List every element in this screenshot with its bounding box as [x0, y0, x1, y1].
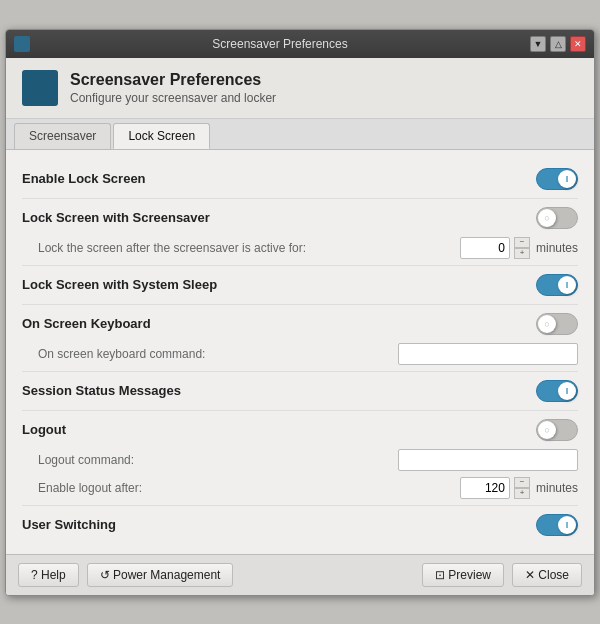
divider-3 — [22, 304, 578, 305]
footer-left: ? Help ↺ Power Management — [18, 563, 233, 587]
tab-bar: Screensaver Lock Screen — [6, 119, 594, 150]
window-title: Screensaver Preferences — [30, 37, 530, 51]
toggle-knob: I — [558, 382, 576, 400]
logout-after-decrement[interactable]: − — [514, 477, 530, 488]
preview-button[interactable]: ⊡ Preview — [422, 563, 504, 587]
logout-toggle[interactable]: ○ — [536, 419, 578, 441]
on-screen-keyboard-sub: On screen keyboard command: — [22, 341, 578, 369]
toggle-knob: I — [558, 170, 576, 188]
logout-command-input[interactable] — [398, 449, 578, 471]
toggle-knob: ○ — [538, 315, 556, 333]
lock-screensaver-increment[interactable]: + — [514, 248, 530, 259]
lock-screensaver-control: − + minutes — [460, 237, 578, 259]
app-icon — [22, 70, 58, 106]
logout-command-sublabel-text: Logout command: — [38, 453, 134, 467]
setting-lock-sleep: Lock Screen with System Sleep I — [22, 268, 578, 302]
footer-right: ⊡ Preview ✕ Close — [422, 563, 582, 587]
setting-session-status: Session Status Messages I — [22, 374, 578, 408]
app-window: Screensaver Preferences ▼ △ ✕ Screensave… — [5, 29, 595, 596]
logout-after-increment[interactable]: + — [514, 488, 530, 499]
logout-label: Logout — [22, 422, 66, 437]
minimize-button[interactable]: ▼ — [530, 36, 546, 52]
on-screen-keyboard-control — [398, 343, 578, 365]
lock-screensaver-sublabel-text: Lock the screen after the screensaver is… — [38, 241, 306, 255]
header-text: Screensaver Preferences Configure your s… — [70, 71, 276, 105]
logout-after-control: − + minutes — [460, 477, 578, 499]
logout-after-unit: minutes — [536, 481, 578, 495]
tab-screensaver[interactable]: Screensaver — [14, 123, 111, 149]
on-screen-keyboard-label: On Screen Keyboard — [22, 316, 151, 331]
maximize-button[interactable]: △ — [550, 36, 566, 52]
content-area: Enable Lock Screen I Lock Screen with Sc… — [6, 150, 594, 554]
toggle-knob: I — [558, 276, 576, 294]
lock-screensaver-minutes-input[interactable] — [460, 237, 510, 259]
user-switching-toggle[interactable]: I — [536, 514, 578, 536]
divider-4 — [22, 371, 578, 372]
titlebar: Screensaver Preferences ▼ △ ✕ — [6, 30, 594, 58]
session-status-toggle[interactable]: I — [536, 380, 578, 402]
lock-screensaver-unit: minutes — [536, 241, 578, 255]
divider-1 — [22, 198, 578, 199]
header-title: Screensaver Preferences — [70, 71, 276, 89]
logout-after-sub: Enable logout after: − + minutes — [22, 475, 578, 503]
lock-screensaver-label: Lock Screen with Screensaver — [22, 210, 210, 225]
lock-sleep-toggle[interactable]: I — [536, 274, 578, 296]
setting-logout: Logout ○ — [22, 413, 578, 447]
close-button[interactable]: ✕ — [570, 36, 586, 52]
session-status-label: Session Status Messages — [22, 383, 181, 398]
close-footer-button[interactable]: ✕ Close — [512, 563, 582, 587]
setting-enable-lock-screen: Enable Lock Screen I — [22, 162, 578, 196]
on-screen-keyboard-toggle[interactable]: ○ — [536, 313, 578, 335]
logout-after-stepper: − + — [514, 477, 530, 499]
help-button[interactable]: ? Help — [18, 563, 79, 587]
enable-lock-screen-label: Enable Lock Screen — [22, 171, 146, 186]
toggle-knob: ○ — [538, 421, 556, 439]
power-management-button[interactable]: ↺ Power Management — [87, 563, 234, 587]
lock-screensaver-toggle[interactable]: ○ — [536, 207, 578, 229]
divider-6 — [22, 505, 578, 506]
divider-2 — [22, 265, 578, 266]
header-subtitle: Configure your screensaver and locker — [70, 91, 276, 105]
on-screen-keyboard-sublabel-text: On screen keyboard command: — [38, 347, 205, 361]
wm-icon — [14, 36, 30, 52]
logout-after-sublabel-text: Enable logout after: — [38, 481, 142, 495]
enable-lock-screen-toggle[interactable]: I — [536, 168, 578, 190]
divider-5 — [22, 410, 578, 411]
setting-user-switching: User Switching I — [22, 508, 578, 542]
setting-lock-screensaver: Lock Screen with Screensaver ○ — [22, 201, 578, 235]
setting-on-screen-keyboard: On Screen Keyboard ○ — [22, 307, 578, 341]
logout-command-sub: Logout command: — [22, 447, 578, 475]
app-header: Screensaver Preferences Configure your s… — [6, 58, 594, 119]
logout-after-input[interactable] — [460, 477, 510, 499]
footer: ? Help ↺ Power Management ⊡ Preview ✕ Cl… — [6, 554, 594, 595]
toggle-knob: ○ — [538, 209, 556, 227]
logout-command-control — [398, 449, 578, 471]
on-screen-keyboard-command-input[interactable] — [398, 343, 578, 365]
user-switching-label: User Switching — [22, 517, 116, 532]
lock-sleep-label: Lock Screen with System Sleep — [22, 277, 217, 292]
lock-screensaver-decrement[interactable]: − — [514, 237, 530, 248]
titlebar-left — [14, 36, 30, 52]
tab-lock-screen[interactable]: Lock Screen — [113, 123, 210, 149]
toggle-knob: I — [558, 516, 576, 534]
lock-screensaver-sub: Lock the screen after the screensaver is… — [22, 235, 578, 263]
lock-screensaver-stepper: − + — [514, 237, 530, 259]
titlebar-controls: ▼ △ ✕ — [530, 36, 586, 52]
